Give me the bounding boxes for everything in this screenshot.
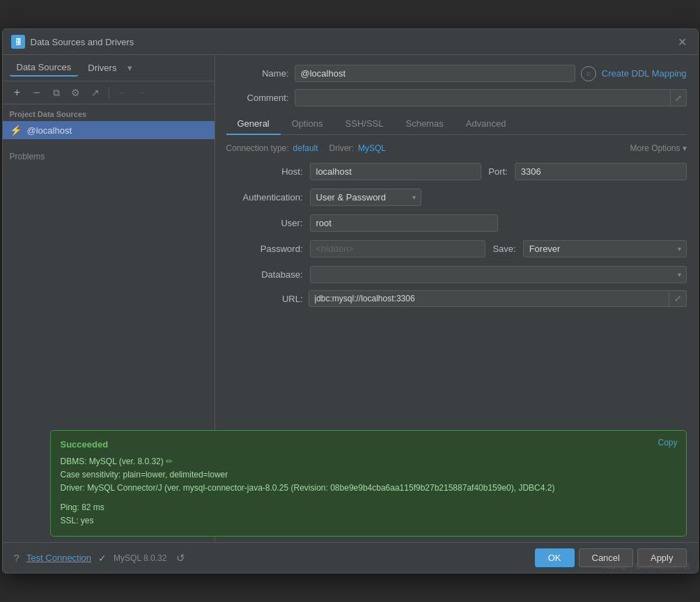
success-line2: Case sensitivity: plain=lower, delimited… bbox=[61, 468, 676, 482]
datasource-item-name: @localhost bbox=[27, 125, 72, 136]
add-button[interactable]: + bbox=[10, 85, 25, 100]
watermark: CSDN@不爱敲代码的程序员 bbox=[601, 562, 691, 571]
tab-schemas[interactable]: Schemas bbox=[394, 113, 454, 135]
name-input[interactable] bbox=[295, 65, 575, 82]
tabs-bar: General Options SSH/SSL Schemas Advanced bbox=[226, 113, 687, 135]
tab-sshssl[interactable]: SSH/SSL bbox=[334, 113, 395, 135]
more-options-button[interactable]: More Options ▾ bbox=[630, 143, 686, 153]
password-label: Password: bbox=[226, 244, 303, 254]
tab-general[interactable]: General bbox=[226, 113, 281, 135]
export-button[interactable]: ↗ bbox=[88, 85, 103, 100]
user-row: User: bbox=[226, 214, 687, 232]
password-row: Password: Save: Forever Until restart Ne… bbox=[226, 240, 687, 258]
url-row: URL: ⤢ bbox=[226, 290, 687, 307]
conn-type-value[interactable]: default bbox=[293, 143, 318, 153]
success-line1: DBMS: MySQL (ver. 8.0.32) ✏ bbox=[61, 455, 676, 468]
host-input[interactable] bbox=[310, 163, 482, 180]
driver-value[interactable]: MySQL bbox=[358, 143, 386, 153]
datasource-item-localhost[interactable]: ⚡ @localhost bbox=[3, 121, 215, 139]
copy-button[interactable]: ⧉ bbox=[49, 85, 64, 100]
toolbar-separator bbox=[109, 86, 109, 99]
name-label: Name: bbox=[226, 68, 289, 79]
url-expand-button[interactable]: ⤢ bbox=[669, 290, 687, 307]
success-line5: SSL: yes bbox=[61, 514, 676, 528]
project-datasources-label: Project Data Sources bbox=[3, 104, 215, 121]
user-input[interactable] bbox=[310, 214, 498, 232]
success-body: DBMS: MySQL (ver. 8.0.32) ✏ Case sensiti… bbox=[61, 455, 676, 528]
edit-icon[interactable]: ✏ bbox=[166, 457, 173, 466]
database-select-wrap: ▾ bbox=[310, 266, 687, 283]
password-input[interactable] bbox=[310, 240, 486, 258]
more-options-chevron: ▾ bbox=[683, 143, 687, 153]
forward-button[interactable]: → bbox=[134, 85, 150, 100]
comment-input[interactable] bbox=[295, 89, 671, 106]
save-select-wrap: Forever Until restart Never ▾ bbox=[523, 240, 687, 258]
conn-type-label: Connection type: bbox=[226, 143, 289, 153]
test-conn-status: MySQL 8.0.32 bbox=[114, 553, 166, 563]
remove-button[interactable]: − bbox=[29, 85, 45, 100]
tab-advanced[interactable]: Advanced bbox=[455, 113, 518, 135]
port-input[interactable] bbox=[515, 163, 687, 180]
ok-button[interactable]: OK bbox=[535, 548, 575, 567]
host-label: Host: bbox=[226, 166, 303, 177]
database-label: Database: bbox=[226, 269, 303, 280]
comment-expand-button[interactable]: ⤢ bbox=[671, 89, 687, 106]
name-options-button[interactable]: ○ bbox=[581, 66, 596, 81]
save-label: Save: bbox=[492, 244, 515, 254]
conn-type-row: Connection type: default Driver: MySQL M… bbox=[226, 143, 687, 153]
url-label: URL: bbox=[226, 294, 303, 304]
problems-label: Problems bbox=[10, 152, 45, 161]
tab-options[interactable]: Options bbox=[281, 113, 334, 135]
title-bar: 🗄 Data Sources and Drivers ✕ bbox=[3, 29, 698, 55]
dialog-title: Data Sources and Drivers bbox=[31, 37, 670, 47]
user-label: User: bbox=[226, 218, 303, 228]
host-port-row: Host: Port: bbox=[226, 163, 687, 180]
help-button[interactable]: ? bbox=[14, 552, 20, 564]
test-connection-button[interactable]: Test Connection bbox=[26, 553, 91, 563]
success-line3: Driver: MySQL Connector/J (ver. mysql-co… bbox=[61, 482, 676, 495]
success-line4: Ping: 82 ms bbox=[61, 501, 676, 514]
create-ddl-link[interactable]: Create DDL Mapping bbox=[602, 68, 687, 79]
auth-label: Authentication: bbox=[226, 192, 303, 203]
comment-row: Comment: ⤢ bbox=[226, 89, 687, 106]
tab-drivers[interactable]: Drivers bbox=[81, 60, 123, 76]
auth-select[interactable]: User & Password No auth pgpass SSH Tunne… bbox=[310, 189, 421, 206]
main-dialog: 🗄 Data Sources and Drivers ✕ Data Source… bbox=[2, 29, 699, 573]
tab-datasources[interactable]: Data Sources bbox=[10, 59, 79, 77]
success-title: Succeeded bbox=[61, 439, 676, 450]
settings-button[interactable]: ⚙ bbox=[68, 85, 84, 100]
copy-button[interactable]: Copy bbox=[658, 438, 677, 447]
refresh-button[interactable]: ↺ bbox=[176, 552, 185, 564]
driver-label: Driver: bbox=[329, 143, 354, 153]
auth-row: Authentication: User & Password No auth … bbox=[226, 189, 687, 206]
database-row: Database: ▾ bbox=[226, 266, 687, 283]
auth-select-wrap: User & Password No auth pgpass SSH Tunne… bbox=[310, 189, 421, 206]
name-row: Name: ○ Create DDL Mapping bbox=[226, 65, 687, 82]
close-button[interactable]: ✕ bbox=[676, 35, 690, 49]
sidebar-toolbar: + − ⧉ ⚙ ↗ ← → bbox=[3, 81, 215, 104]
form-grid: Host: Port: Authentication: User & Passw… bbox=[226, 163, 687, 283]
datasource-icon: ⚡ bbox=[10, 125, 22, 136]
tabs-dropdown-icon[interactable]: ▾ bbox=[127, 63, 132, 73]
database-select[interactable] bbox=[310, 266, 687, 283]
back-button[interactable]: ← bbox=[115, 85, 130, 100]
url-input[interactable] bbox=[309, 290, 669, 307]
port-label: Port: bbox=[488, 166, 507, 177]
comment-label: Comment: bbox=[226, 93, 289, 103]
sidebar-tabs: Data Sources Drivers ▾ bbox=[3, 55, 215, 81]
app-icon: 🗄 bbox=[11, 35, 25, 49]
success-popup: Succeeded Copy DBMS: MySQL (ver. 8.0.32)… bbox=[50, 430, 687, 537]
save-select[interactable]: Forever Until restart Never bbox=[523, 240, 687, 258]
url-input-wrap: ⤢ bbox=[309, 290, 687, 307]
problems-section: Problems bbox=[3, 146, 215, 167]
bottom-bar: ? Test Connection ✓ MySQL 8.0.32 ↺ OK Ca… bbox=[3, 542, 698, 573]
test-conn-check-icon: ✓ bbox=[98, 553, 107, 564]
comment-field-wrap: ⤢ bbox=[295, 89, 687, 106]
